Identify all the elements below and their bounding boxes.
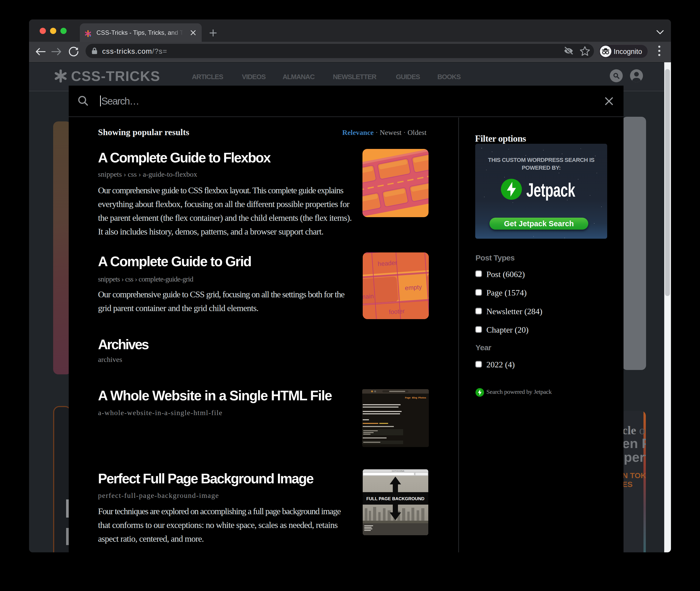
svg-text:main: main [363,292,374,301]
svg-text:header: header [378,259,397,267]
svg-text:Page: Page [405,396,411,399]
svg-text:FULL PAGE BACKGROUND: FULL PAGE BACKGROUND [366,496,424,501]
svg-text:GOTOCHINA: GOTOCHINA [392,470,404,472]
svg-text:empty: empty [405,283,422,291]
svg-text:Photos: Photos [418,396,426,399]
svg-text:footer: footer [389,308,405,316]
svg-text:Blog: Blog [412,396,417,399]
